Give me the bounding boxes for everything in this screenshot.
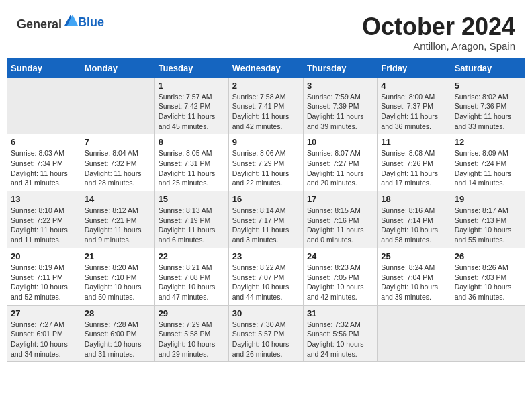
day-number: 23 [232,251,300,261]
calendar-cell: 31Sunrise: 7:32 AM Sunset: 5:56 PM Dayli… [303,305,377,362]
calendar-cell: 20Sunrise: 8:19 AM Sunset: 7:11 PM Dayli… [7,248,81,305]
day-number: 14 [85,194,151,204]
calendar-cell: 2Sunrise: 7:58 AM Sunset: 7:41 PM Daylig… [228,77,303,134]
calendar-cell [7,77,81,134]
day-info: Sunrise: 7:57 AM Sunset: 7:42 PM Dayligh… [159,92,225,132]
day-info: Sunrise: 8:24 AM Sunset: 7:04 PM Dayligh… [381,263,447,302]
page-header: General Blue October 2024 Antillon, Arag… [7,7,525,55]
day-info: Sunrise: 8:17 AM Sunset: 7:13 PM Dayligh… [455,205,521,245]
day-number: 2 [232,81,300,91]
day-number: 20 [11,251,77,261]
weekday-header-saturday: Saturday [451,58,525,77]
day-number: 8 [159,137,225,147]
day-info: Sunrise: 8:00 AM Sunset: 7:37 PM Dayligh… [381,92,447,132]
day-number: 7 [85,137,151,147]
calendar-cell: 14Sunrise: 8:12 AM Sunset: 7:21 PM Dayli… [81,191,154,248]
calendar-cell: 29Sunrise: 7:29 AM Sunset: 5:58 PM Dayli… [154,305,228,362]
day-info: Sunrise: 8:04 AM Sunset: 7:32 PM Dayligh… [85,148,151,188]
day-info: Sunrise: 7:32 AM Sunset: 5:56 PM Dayligh… [307,320,373,359]
calendar-cell: 21Sunrise: 8:20 AM Sunset: 7:10 PM Dayli… [81,248,154,305]
weekday-header-tuesday: Tuesday [154,58,228,77]
calendar-cell: 16Sunrise: 8:14 AM Sunset: 7:17 PM Dayli… [228,191,303,248]
day-number: 21 [85,251,151,261]
calendar-cell: 22Sunrise: 8:21 AM Sunset: 7:08 PM Dayli… [154,248,228,305]
calendar-cell: 30Sunrise: 7:30 AM Sunset: 5:57 PM Dayli… [228,305,303,362]
day-number: 28 [85,308,151,318]
calendar-cell: 12Sunrise: 8:09 AM Sunset: 7:24 PM Dayli… [451,134,525,191]
day-info: Sunrise: 8:07 AM Sunset: 7:27 PM Dayligh… [307,148,373,188]
day-number: 24 [307,251,373,261]
day-number: 29 [159,308,225,318]
day-info: Sunrise: 8:22 AM Sunset: 7:07 PM Dayligh… [232,263,300,302]
title-block: October 2024 Antillon, Aragon, Spain [362,13,515,52]
day-info: Sunrise: 8:15 AM Sunset: 7:16 PM Dayligh… [307,205,373,245]
day-info: Sunrise: 8:03 AM Sunset: 7:34 PM Dayligh… [11,148,77,188]
day-info: Sunrise: 8:02 AM Sunset: 7:36 PM Dayligh… [455,92,521,132]
day-info: Sunrise: 8:06 AM Sunset: 7:29 PM Dayligh… [232,148,300,188]
calendar-cell: 3Sunrise: 7:59 AM Sunset: 7:39 PM Daylig… [303,77,377,134]
day-number: 5 [455,81,521,91]
day-info: Sunrise: 8:08 AM Sunset: 7:26 PM Dayligh… [381,148,447,188]
calendar-cell [378,305,451,362]
calendar-cell [81,77,154,134]
calendar-table: SundayMondayTuesdayWednesdayThursdayFrid… [7,58,525,363]
day-number: 26 [455,251,521,261]
calendar-cell: 27Sunrise: 7:27 AM Sunset: 6:01 PM Dayli… [7,305,81,362]
day-number: 17 [307,194,373,204]
day-number: 25 [381,251,447,261]
day-info: Sunrise: 8:12 AM Sunset: 7:21 PM Dayligh… [85,205,151,245]
calendar-cell: 4Sunrise: 8:00 AM Sunset: 7:37 PM Daylig… [378,77,451,134]
calendar-cell: 28Sunrise: 7:28 AM Sunset: 6:00 PM Dayli… [81,305,154,362]
day-number: 30 [232,308,300,318]
day-number: 19 [455,194,521,204]
day-info: Sunrise: 8:09 AM Sunset: 7:24 PM Dayligh… [455,148,521,188]
day-number: 27 [11,308,77,318]
day-info: Sunrise: 7:58 AM Sunset: 7:41 PM Dayligh… [232,92,300,132]
logo-icon [63,13,78,28]
calendar-cell: 23Sunrise: 8:22 AM Sunset: 7:07 PM Dayli… [228,248,303,305]
calendar-cell: 25Sunrise: 8:24 AM Sunset: 7:04 PM Dayli… [378,248,451,305]
logo-blue: Blue [78,15,104,29]
weekday-header-monday: Monday [81,58,154,77]
day-number: 6 [11,137,77,147]
calendar-cell: 17Sunrise: 8:15 AM Sunset: 7:16 PM Dayli… [303,191,377,248]
day-number: 12 [455,137,521,147]
day-info: Sunrise: 8:21 AM Sunset: 7:08 PM Dayligh… [159,263,225,302]
day-number: 9 [232,137,300,147]
day-number: 10 [307,137,373,147]
day-info: Sunrise: 7:59 AM Sunset: 7:39 PM Dayligh… [307,92,373,132]
calendar-cell: 7Sunrise: 8:04 AM Sunset: 7:32 PM Daylig… [81,134,154,191]
day-number: 22 [159,251,225,261]
day-info: Sunrise: 8:23 AM Sunset: 7:05 PM Dayligh… [307,263,373,302]
calendar-cell: 9Sunrise: 8:06 AM Sunset: 7:29 PM Daylig… [228,134,303,191]
day-number: 4 [381,81,447,91]
location-subtitle: Antillon, Aragon, Spain [362,40,515,52]
calendar-cell: 5Sunrise: 8:02 AM Sunset: 7:36 PM Daylig… [451,77,525,134]
calendar-cell: 13Sunrise: 8:10 AM Sunset: 7:22 PM Dayli… [7,191,81,248]
day-info: Sunrise: 8:14 AM Sunset: 7:17 PM Dayligh… [232,205,300,245]
day-number: 11 [381,137,447,147]
day-number: 31 [307,308,373,318]
calendar-cell: 6Sunrise: 8:03 AM Sunset: 7:34 PM Daylig… [7,134,81,191]
month-title: October 2024 [362,13,515,40]
day-info: Sunrise: 8:19 AM Sunset: 7:11 PM Dayligh… [11,263,77,302]
weekday-header-thursday: Thursday [303,58,377,77]
day-number: 13 [11,194,77,204]
calendar-cell: 26Sunrise: 8:26 AM Sunset: 7:03 PM Dayli… [451,248,525,305]
day-info: Sunrise: 8:05 AM Sunset: 7:31 PM Dayligh… [159,148,225,188]
day-info: Sunrise: 8:10 AM Sunset: 7:22 PM Dayligh… [11,205,77,245]
day-info: Sunrise: 7:27 AM Sunset: 6:01 PM Dayligh… [11,320,77,359]
day-info: Sunrise: 8:20 AM Sunset: 7:10 PM Dayligh… [85,263,151,302]
calendar-cell: 24Sunrise: 8:23 AM Sunset: 7:05 PM Dayli… [303,248,377,305]
calendar-cell: 19Sunrise: 8:17 AM Sunset: 7:13 PM Dayli… [451,191,525,248]
day-info: Sunrise: 8:16 AM Sunset: 7:14 PM Dayligh… [381,205,447,245]
calendar-cell: 1Sunrise: 7:57 AM Sunset: 7:42 PM Daylig… [154,77,228,134]
calendar-cell: 8Sunrise: 8:05 AM Sunset: 7:31 PM Daylig… [154,134,228,191]
weekday-header-friday: Friday [378,58,451,77]
day-number: 18 [381,194,447,204]
day-info: Sunrise: 7:28 AM Sunset: 6:00 PM Dayligh… [85,320,151,359]
calendar-cell: 11Sunrise: 8:08 AM Sunset: 7:26 PM Dayli… [378,134,451,191]
calendar-cell: 10Sunrise: 8:07 AM Sunset: 7:27 PM Dayli… [303,134,377,191]
day-info: Sunrise: 8:13 AM Sunset: 7:19 PM Dayligh… [159,205,225,245]
day-number: 3 [307,81,373,91]
